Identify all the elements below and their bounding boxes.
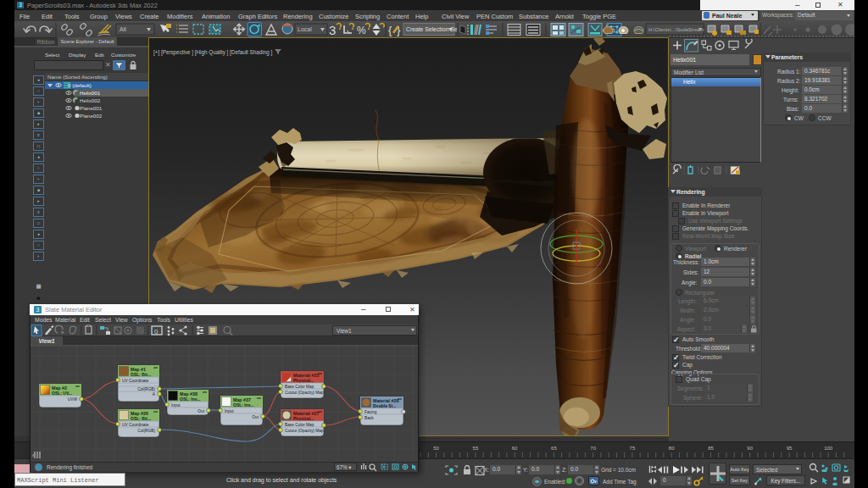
- svg-text:UV Coordinate: UV Coordinate: [122, 423, 149, 427]
- svg-text:UVW: UVW: [68, 397, 78, 402]
- svg-text:90: 90: [747, 446, 753, 451]
- svg-text:H:\Clients\...\SodaStream: H:\Clients\...\SodaStream: [648, 27, 704, 32]
- svg-text:Col(RGB): Col(RGB): [137, 387, 155, 391]
- svg-text:OSL: UV...: OSL: UV...: [52, 391, 73, 396]
- svg-text:Facing: Facing: [364, 410, 377, 414]
- svg-text:55: 55: [473, 446, 479, 451]
- svg-text:100: 100: [824, 446, 833, 451]
- svg-text:70: 70: [590, 446, 596, 451]
- svg-text:Physical...: Physical...: [293, 378, 314, 383]
- svg-text:3: 3: [329, 23, 336, 37]
- svg-text:{: {: [388, 24, 392, 36]
- svg-text:50: 50: [433, 446, 439, 451]
- svg-text:Out: Out: [198, 409, 204, 413]
- svg-text:Base Color Map: Base Color Map: [285, 385, 314, 389]
- svg-text:Input: Input: [171, 403, 181, 408]
- svg-text:Local: Local: [298, 26, 312, 32]
- svg-text:95: 95: [787, 446, 793, 451]
- svg-text:Base Color Map: Base Color Map: [285, 423, 314, 427]
- svg-text:Back: Back: [364, 416, 374, 420]
- svg-text:OSL: Bit...: OSL: Bit...: [131, 416, 152, 421]
- svg-text:60: 60: [512, 446, 518, 451]
- svg-text:UV Coordinate: UV Coordinate: [122, 379, 149, 383]
- svg-text:80: 80: [669, 446, 675, 451]
- svg-text:}: }: [397, 24, 401, 36]
- svg-text:%: %: [357, 25, 366, 36]
- svg-text:75: 75: [630, 446, 636, 451]
- svg-text:OSL: Inv...: OSL: Inv...: [180, 396, 201, 402]
- svg-text:Double Si...: Double Si...: [373, 403, 397, 408]
- svg-text:Cutout (Opacity) Map: Cutout (Opacity) Map: [285, 429, 324, 433]
- svg-text:65: 65: [551, 446, 557, 451]
- svg-text:0: 0: [154, 328, 159, 336]
- svg-text:Input: Input: [225, 409, 234, 413]
- svg-text:OSL: Inv...: OSL: Inv...: [233, 402, 254, 408]
- svg-text:Out: Out: [252, 415, 259, 419]
- svg-text:All: All: [120, 26, 126, 32]
- svg-text:Physical...: Physical...: [293, 416, 314, 421]
- svg-text:Cutout (Opacity) Map: Cutout (Opacity) Map: [285, 391, 324, 395]
- svg-text:Col(RGB): Col(RGB): [137, 429, 155, 433]
- svg-text:85: 85: [708, 446, 714, 451]
- svg-text:OSL: Bit...: OSL: Bit...: [131, 372, 152, 377]
